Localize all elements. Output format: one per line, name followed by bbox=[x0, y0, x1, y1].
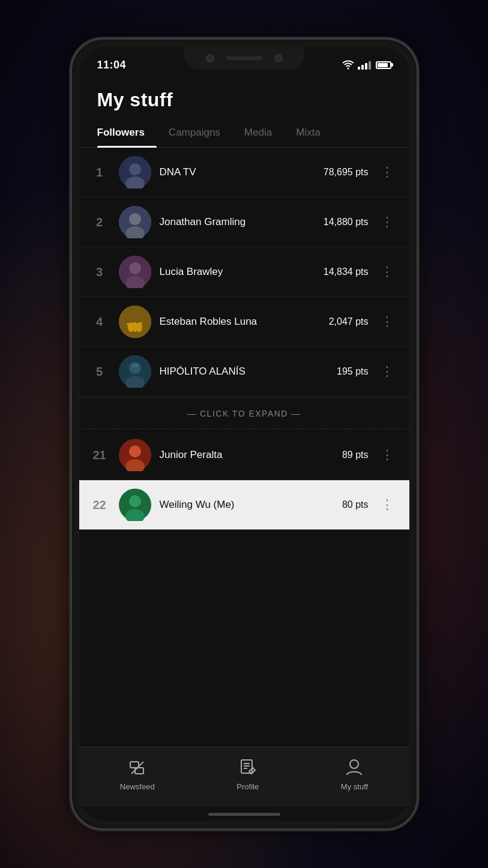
nav-mystuff-label: My stuff bbox=[341, 782, 368, 791]
more-btn-1[interactable]: ⋮ bbox=[377, 163, 397, 181]
tab-followers[interactable]: Followers bbox=[97, 117, 157, 147]
follower-row-3: 3 Lucia Brawley 14,834 pts ⋮ bbox=[79, 247, 409, 297]
nav-newsfeed[interactable]: Newsfeed bbox=[108, 752, 167, 796]
name-5: HIPÓLITO ALANÍS bbox=[160, 366, 329, 378]
phone-device: 11:04 bbox=[70, 38, 418, 830]
status-time: 11:04 bbox=[97, 59, 127, 71]
battery-icon bbox=[376, 61, 391, 69]
rank-2: 2 bbox=[89, 215, 110, 229]
follower-row-4: 4 bbox=[79, 297, 409, 347]
avatar-2 bbox=[119, 206, 151, 238]
notch-speaker bbox=[226, 56, 262, 60]
rank-5: 5 bbox=[89, 365, 110, 379]
rank-4: 4 bbox=[89, 315, 110, 329]
svg-point-4 bbox=[129, 213, 141, 225]
svg-point-1 bbox=[129, 163, 141, 175]
avatar-22 bbox=[119, 489, 151, 521]
points-1: 78,695 pts bbox=[324, 167, 369, 178]
wifi-icon bbox=[342, 60, 354, 70]
tab-mixta[interactable]: Mixta bbox=[284, 117, 333, 147]
home-indicator bbox=[79, 807, 409, 821]
svg-rect-26 bbox=[130, 762, 139, 768]
name-21: Junior Peralta bbox=[160, 449, 334, 461]
mystuff-icon bbox=[343, 757, 365, 779]
tab-campaigns[interactable]: Campaigns bbox=[157, 117, 232, 147]
follower-row-2: 2 Jonathan Gramling 14,880 pts ⋮ bbox=[79, 197, 409, 247]
status-icons bbox=[342, 60, 391, 70]
more-btn-21[interactable]: ⋮ bbox=[377, 446, 397, 464]
avatar-3 bbox=[119, 256, 151, 288]
followers-list: 1 DNA TV 78,695 pts ⋮ bbox=[79, 148, 409, 747]
name-22: Weiling Wu (Me) bbox=[160, 499, 334, 511]
rank-3: 3 bbox=[89, 265, 110, 279]
rank-1: 1 bbox=[89, 166, 110, 179]
newsfeed-icon bbox=[127, 757, 148, 779]
name-4: Esteban Robles Luna bbox=[160, 316, 321, 328]
name-3: Lucia Brawley bbox=[160, 266, 315, 278]
svg-point-9 bbox=[119, 306, 151, 338]
nav-newsfeed-label: Newsfeed bbox=[120, 782, 155, 791]
svg-rect-19 bbox=[132, 364, 138, 367]
svg-point-33 bbox=[350, 760, 358, 768]
app-content: My stuff Followers Campaigns Media Mixta bbox=[79, 77, 409, 821]
more-btn-5[interactable]: ⋮ bbox=[377, 363, 397, 381]
points-4: 2,047 pts bbox=[329, 316, 369, 327]
svg-point-24 bbox=[129, 495, 141, 507]
svg-point-21 bbox=[129, 445, 141, 457]
rank-21: 21 bbox=[89, 448, 110, 462]
follower-row-5: 5 HIPÓLITO ALANÍS 195 pts ⋮ bbox=[79, 347, 409, 397]
nav-mystuff[interactable]: My stuff bbox=[329, 752, 380, 796]
follower-row-21: 21 Junior Peralta 89 pts ⋮ bbox=[79, 430, 409, 480]
expand-text: — CLICK TO EXPAND — bbox=[187, 409, 301, 418]
points-22: 80 pts bbox=[342, 499, 369, 510]
notch-camera-right bbox=[274, 54, 283, 62]
nav-profile[interactable]: Profile bbox=[224, 752, 271, 796]
rank-22: 22 bbox=[89, 498, 110, 512]
points-3: 14,834 pts bbox=[324, 267, 369, 277]
more-btn-3[interactable]: ⋮ bbox=[377, 263, 397, 281]
follower-row-22: 22 Weiling Wu (Me) 80 pts ⋮ bbox=[79, 480, 409, 530]
notch-camera-left bbox=[206, 54, 214, 62]
tab-media[interactable]: Media bbox=[232, 117, 284, 147]
more-btn-4[interactable]: ⋮ bbox=[377, 313, 397, 331]
bottom-nav: Newsfeed Profile bbox=[79, 747, 409, 807]
page-title: My stuff bbox=[97, 89, 391, 111]
more-btn-2[interactable]: ⋮ bbox=[377, 213, 397, 231]
follower-row-1: 1 DNA TV 78,695 pts ⋮ bbox=[79, 148, 409, 197]
name-1: DNA TV bbox=[160, 166, 315, 178]
expand-section[interactable]: — CLICK TO EXPAND — bbox=[79, 398, 409, 429]
tabs-container: Followers Campaigns Media Mixta bbox=[79, 117, 409, 148]
points-2: 14,880 pts bbox=[324, 217, 369, 228]
svg-point-7 bbox=[129, 262, 141, 274]
phone-screen: 11:04 bbox=[79, 47, 409, 821]
points-5: 195 pts bbox=[337, 366, 368, 377]
notch bbox=[184, 47, 304, 70]
profile-icon bbox=[237, 757, 259, 779]
signal-icon bbox=[358, 60, 371, 70]
avatar-5 bbox=[119, 355, 151, 388]
avatar-4 bbox=[119, 306, 151, 338]
page-header: My stuff bbox=[79, 77, 409, 117]
points-21: 89 pts bbox=[342, 450, 369, 460]
phone-outer: 11:04 bbox=[0, 0, 488, 868]
nav-profile-label: Profile bbox=[236, 782, 259, 791]
home-bar bbox=[208, 813, 280, 816]
name-2: Jonathan Gramling bbox=[160, 216, 315, 228]
avatar-1 bbox=[119, 156, 151, 188]
more-btn-22[interactable]: ⋮ bbox=[377, 496, 397, 514]
avatar-21 bbox=[119, 439, 151, 471]
